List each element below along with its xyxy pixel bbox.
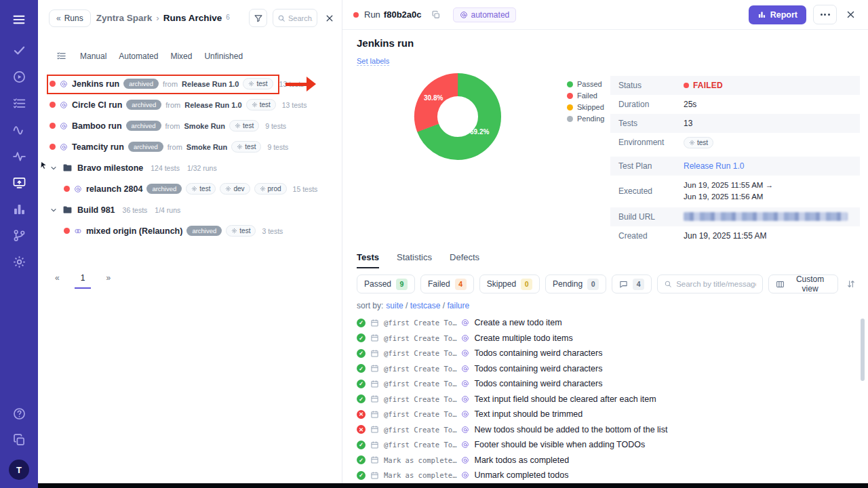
folder-row[interactable]: Build 98136 tests1/4 runs <box>38 199 342 220</box>
summary-label: Test Plan <box>618 161 684 171</box>
test-suite-prefix: @first Create To… <box>384 319 456 327</box>
copy-run-id-icon[interactable] <box>431 10 441 20</box>
tab-statistics[interactable]: Statistics <box>397 252 432 268</box>
folder-row[interactable]: Bravo milestone124 tests1/32 runs <box>38 157 342 178</box>
calendar-icon <box>370 333 379 342</box>
test-row[interactable]: ✓@first Create To…Text input field shoul… <box>342 392 861 407</box>
passed-icon: ✓ <box>357 364 366 373</box>
sort-by-failure[interactable]: failure <box>447 301 469 310</box>
list-check-icon[interactable] <box>12 96 26 110</box>
run-row[interactable]: Circle CI runarchivedfromRelease Run 1.0… <box>38 94 342 115</box>
tag-badge[interactable]: test <box>231 141 261 152</box>
expand-rows-button[interactable] <box>844 276 859 292</box>
check-icon[interactable] <box>12 43 26 58</box>
tag-badge-label: test <box>239 227 250 235</box>
pagination-prev[interactable]: « <box>55 273 60 283</box>
tag-badge[interactable]: dev <box>220 183 250 195</box>
filter-pending-button[interactable]: Pending0 <box>545 274 606 293</box>
test-row[interactable]: ✓Mark as complete…Mark todos as complete… <box>342 453 861 468</box>
test-title: New todos should be added to the bottom … <box>474 425 667 434</box>
breadcrumb-project[interactable]: Zyntra Spark <box>96 13 153 23</box>
play-circle-icon[interactable] <box>12 70 26 84</box>
tab-automated[interactable]: Automated <box>119 52 158 61</box>
filter-failed-button[interactable]: Failed4 <box>420 274 474 293</box>
menu-icon[interactable] <box>12 12 26 27</box>
branch-icon[interactable] <box>12 228 26 243</box>
tab-tests[interactable]: Tests <box>357 252 379 268</box>
tag-badge[interactable]: prod <box>254 183 287 195</box>
test-row[interactable]: ✕@first Create To…Text input should be t… <box>342 407 861 422</box>
summary-value: FAILED <box>684 81 723 90</box>
summary-row: StatusFAILED <box>610 76 860 95</box>
filter-skipped-button[interactable]: Skipped0 <box>479 274 540 293</box>
run-row[interactable]: relaunch 2804archivedtestdevprod15 tests <box>38 178 342 199</box>
gear-icon <box>225 186 231 192</box>
tag-badge[interactable]: test <box>226 225 256 237</box>
report-button[interactable]: Report <box>749 5 806 24</box>
pagination-next[interactable]: » <box>106 273 111 283</box>
filter-button[interactable] <box>249 9 267 27</box>
test-row[interactable]: ✕@first Create To…New todos should be ad… <box>342 422 861 438</box>
avatar[interactable]: T <box>9 460 29 480</box>
test-row[interactable]: ✓Mark as complete…Unmark completed todos <box>342 468 861 483</box>
sort-by-suite[interactable]: suite <box>386 301 403 310</box>
close-detail-button[interactable] <box>844 8 857 22</box>
test-row[interactable]: ✓@first Create To…Create a new todo item <box>342 315 861 331</box>
back-to-runs-button[interactable]: « Runs <box>49 9 91 27</box>
run-row[interactable]: Jenkins runarchivedfromRelease Run 1.0te… <box>38 73 342 94</box>
filter-passed-button[interactable]: Passed9 <box>357 274 415 293</box>
at-icon <box>461 380 469 388</box>
runs-search[interactable] <box>273 9 317 27</box>
bar-chart-icon[interactable] <box>12 202 26 216</box>
test-row[interactable]: ✓@first Create To…Create multiple todo i… <box>342 331 861 346</box>
tag-badge[interactable]: test <box>243 78 273 89</box>
run-row[interactable]: Bamboo runarchivedfromSmoke Runtest9 tes… <box>38 115 342 136</box>
help-icon[interactable] <box>12 407 26 421</box>
tab-defects[interactable]: Defects <box>450 252 479 268</box>
projects-icon[interactable] <box>12 433 26 447</box>
filter-label: Failed <box>428 279 450 289</box>
tag-badge[interactable]: test <box>186 183 216 195</box>
status-text: FAILED <box>693 81 723 90</box>
tab-manual[interactable]: Manual <box>80 52 106 61</box>
tab-unfinished[interactable]: Unfinished <box>204 52 243 61</box>
run-row[interactable]: mixed origin (Relaunch)archivedtest3 tes… <box>38 220 342 241</box>
passed-legend-dot <box>567 81 573 87</box>
gear-icon <box>252 102 258 108</box>
runs-search-input[interactable] <box>288 14 313 22</box>
donut-svg <box>413 72 502 161</box>
funnel-icon <box>254 14 263 23</box>
comments-filter-button[interactable]: 4 <box>612 274 652 293</box>
pagination-page-1[interactable]: 1 <box>75 273 92 289</box>
close-panel-button[interactable] <box>323 12 336 25</box>
run-name: mixed origin (Relaunch) <box>86 226 182 236</box>
wave-icon[interactable] <box>12 123 26 137</box>
run-detail-header: Run f80b2a0c automated Report <box>342 0 868 30</box>
test-row[interactable]: ✓@first Create To…Todos containing weird… <box>342 361 861 377</box>
tag-badge-label: test <box>243 122 254 129</box>
select-all-icon[interactable] <box>56 51 66 61</box>
tag-badge[interactable]: test <box>684 137 713 148</box>
summary-value[interactable]: Release Run 1.0 <box>684 161 744 171</box>
redacted-build-url <box>684 212 848 221</box>
test-row[interactable]: ✓@first Create To…Todos containing weird… <box>342 376 861 392</box>
tab-mixed[interactable]: Mixed <box>170 52 192 61</box>
test-search-input[interactable] <box>676 280 756 288</box>
calendar-icon <box>370 349 379 358</box>
more-options-button[interactable] <box>813 5 837 24</box>
tag-badge[interactable]: test <box>246 99 276 110</box>
custom-view-button[interactable]: Custom view <box>768 274 838 293</box>
set-labels-link[interactable]: Set labels <box>357 57 389 66</box>
test-search[interactable] <box>657 274 763 293</box>
sort-by-testcase[interactable]: testcase <box>410 301 441 310</box>
pulse-icon[interactable] <box>12 149 26 163</box>
gear-icon[interactable] <box>12 255 26 269</box>
test-row[interactable]: ✓@first Create To…Todos containing weird… <box>342 346 861 361</box>
scrollbar-thumb[interactable] <box>861 319 865 381</box>
tag-badge[interactable]: test <box>229 120 259 131</box>
screen-share-icon[interactable] <box>12 176 26 190</box>
calendar-icon <box>370 410 379 419</box>
run-row[interactable]: Teamcity runarchivedfromSmoke Runtest9 t… <box>38 136 342 157</box>
chart-legend: PassedFailedSkippedPending <box>567 80 604 126</box>
test-row[interactable]: ✓@first Create To…Footer should be visib… <box>342 437 861 453</box>
